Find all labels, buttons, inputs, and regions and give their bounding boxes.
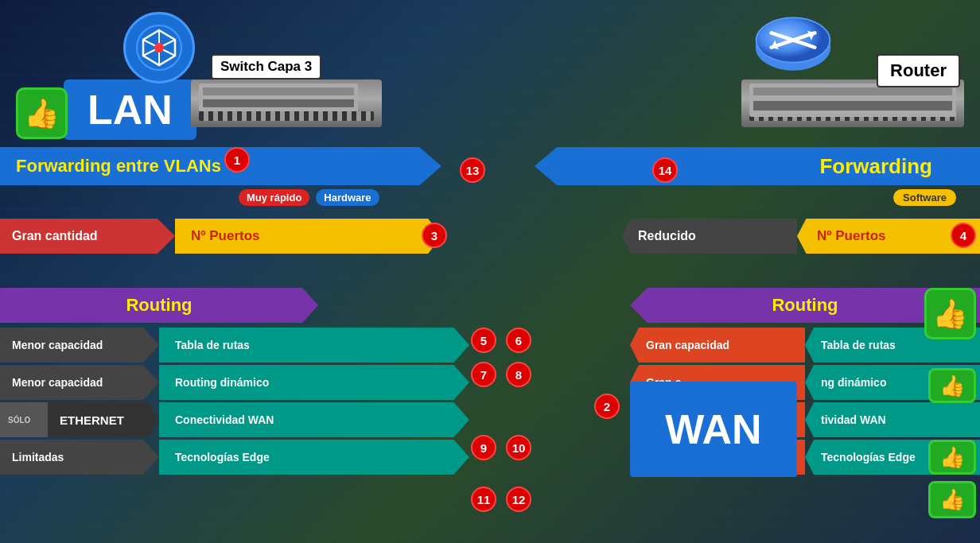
thumbs-up-br3: 👍 [928,481,976,518]
number-3: 3 [422,223,447,248]
number-6: 6 [506,328,531,353]
table-row-left-3: SÓLO ETHERNET Conectividad WAN [0,402,469,437]
number-9: 9 [471,435,496,460]
hardware-tag: Hardware [316,189,379,206]
forwarding-right-text: Forwarding [819,154,932,179]
cell-teal-4: Tecnologías Edge [159,440,469,475]
table-left: Menor capacidad Tabla de rutas Menor cap… [0,328,469,477]
cell-dark-1: Menor capacidad [0,328,159,363]
forwarding-vlans-text: Forwarding entre VLANs [16,156,221,176]
thumbs-up-left: 👍 [16,87,68,139]
reducido-label: Reducido [622,219,797,254]
routing-bar-left: Routing [0,288,318,323]
forwarding-right-bar: Forwarding [535,147,980,185]
cell-teal-3: Conectividad WAN [159,402,469,437]
svg-rect-18 [753,101,952,111]
wan-box: WAN [630,382,797,477]
cell-solo: SÓLO [0,402,48,437]
number-4: 4 [951,223,976,248]
svg-rect-7 [203,87,354,95]
number-7: 7 [471,362,496,387]
cell-gran-cap-1: Gran capacidad [630,328,805,363]
gran-cantidad-label: Gran cantidad [0,219,175,254]
software-tag: Software [893,189,956,206]
routing-text-right: Routing [772,295,838,316]
number-11: 11 [471,487,496,512]
cell-conectividad-right: tividad WAN [805,402,980,437]
number-14: 14 [652,157,678,183]
table-row-left-2: Menor capacidad Routing dinámico [0,365,469,400]
forwarding-vlans-bar: Forwarding entre VLANs [0,147,441,185]
number-2: 2 [594,394,620,419]
router-icon [753,12,833,76]
cell-dark-2: Menor capacidad [0,365,159,400]
number-12: 12 [506,487,531,512]
ports-row-right: Reducido Nº Puertos [503,219,980,254]
lan-label: LAN [64,80,196,140]
cell-teal-2: Routing dinámico [159,365,469,400]
wan-text: WAN [665,405,761,453]
main-content: 👍 LAN Switch Capa 3 Forwarding entre VLA… [0,0,980,543]
switch-capa3-label: Switch Capa 3 [211,54,321,80]
cell-dark-4: Limitadas [0,440,159,475]
svg-rect-8 [203,99,354,107]
number-5: 5 [471,328,496,353]
number-10: 10 [506,435,531,460]
router-label: Router [877,54,960,87]
ports-row-left: Gran cantidad Nº Puertos [0,219,441,254]
table-row-right-1: Gran capacidad Tabla de rutas [487,328,980,363]
table-row-left-1: Menor capacidad Tabla de rutas [0,328,469,363]
thumbs-up-br2: 👍 [928,368,976,403]
cell-teal-1: Tabla de rutas [159,328,469,363]
n-puertos-left: Nº Puertos [175,219,441,254]
speed-tags: Muy rápido Hardware [239,189,379,206]
thumbs-up-routing-right: 👍 [924,288,976,339]
cell-ethernet: ETHERNET [48,402,159,437]
routing-text-left: Routing [126,295,192,316]
thumbs-up-br: 👍 [928,440,976,475]
table-row-left-4: Limitadas Tecnologías Edge [0,440,469,475]
switch-image-left [191,80,382,127]
svg-rect-17 [753,87,952,95]
muy-rapido-tag: Muy rápido [239,189,309,206]
number-8: 8 [506,362,531,387]
svg-point-5 [154,43,164,52]
lan-icon [123,12,195,83]
number-1: 1 [224,147,250,173]
number-13: 13 [460,157,485,183]
